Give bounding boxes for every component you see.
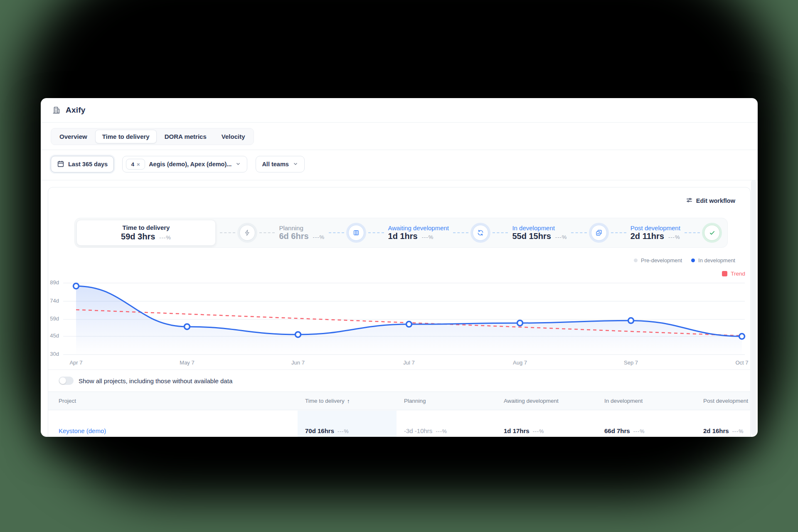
edit-workflow-button[interactable]: Edit workflow [686, 197, 735, 205]
sliders-icon [686, 197, 693, 205]
legend-label: Pre-development [641, 257, 682, 264]
stage-percent: ---% [422, 234, 434, 240]
vertical-scrollbar[interactable] [751, 180, 756, 435]
cell-planning: -3d -10hrs---% [397, 411, 496, 437]
x-axis-tick-label: Aug 7 [503, 360, 537, 366]
cell-awaiting-development: 1d 17hrs---% [496, 411, 597, 437]
tab-time-to-delivery[interactable]: Time to delivery [95, 130, 157, 143]
stage-label: In development [512, 224, 567, 232]
cell-post-development: 2d 16hrs---% [696, 411, 750, 437]
projects-count: 4 [131, 161, 135, 167]
divider [41, 150, 758, 150]
zap-icon [239, 225, 255, 241]
trend-square-icon [722, 271, 727, 276]
stage-post-development[interactable]: Post development 2d 11hrs ---% [631, 224, 680, 241]
teams-label: All teams [262, 161, 288, 167]
projects-count-chip[interactable]: 4 × [126, 159, 145, 170]
y-axis-tick-label: 89d [49, 279, 59, 287]
cell-value: 1d 17hrs [504, 427, 530, 434]
show-all-projects-toggle[interactable] [59, 377, 74, 385]
column-header-awaiting-development[interactable]: Awaiting development [496, 398, 597, 404]
connector [453, 232, 468, 233]
time-to-delivery-chart: 89d74d59d45d30dApr 7May 7Jun 7Jul 7Aug 7… [48, 280, 751, 368]
data-point-marker [74, 283, 79, 289]
app-header: Axify [41, 98, 758, 123]
x-axis-tick-label: May 7 [170, 360, 204, 366]
cell-percent: ---% [337, 429, 349, 434]
stage-value: 6d 6hrs [279, 232, 308, 241]
cell-project: Keystone (demo) [48, 411, 298, 437]
chart-legend: Pre-development In development [634, 257, 735, 264]
cell-value: 2d 16hrs [703, 427, 729, 434]
stage-time-to-delivery[interactable]: Time to delivery 59d 3hrs ---% [76, 220, 216, 246]
chevron-down-icon [235, 161, 241, 168]
data-point-marker [406, 322, 412, 327]
column-header-time-to-delivery[interactable]: Time to delivery ↑ [298, 398, 397, 404]
page-title: Axify [66, 106, 85, 115]
kanban-columns-icon [348, 225, 364, 241]
stage-value: 59d 3hrs [121, 232, 155, 241]
tab-group: Overview Time to delivery DORA metrics V… [51, 128, 254, 145]
connector [329, 232, 344, 233]
x-axis-tick-label: Jul 7 [392, 360, 426, 366]
teams-select[interactable]: All teams [256, 156, 304, 172]
trend-label: Trend [731, 271, 745, 277]
stage-value: 2d 11hrs [631, 232, 664, 241]
cell-percent: ---% [533, 429, 544, 434]
project-link[interactable]: Keystone (demo) [59, 427, 106, 434]
column-header-planning[interactable]: Planning [397, 398, 496, 404]
chevron-down-icon [293, 161, 298, 168]
cell-percent: ---% [633, 429, 645, 434]
cell-value: -3d -10hrs [404, 427, 432, 434]
app-window: Axify Overview Time to delivery DORA met… [41, 98, 758, 437]
y-axis-tick-label: 45d [49, 332, 59, 340]
show-all-projects-row: Show all projects, including those witho… [59, 370, 232, 392]
x-axis-tick-label: Sep 7 [614, 360, 648, 366]
tab-velocity[interactable]: Velocity [214, 130, 252, 143]
stage-planning[interactable]: Planning 6d 6hrs ---% [279, 224, 325, 241]
stage-in-development[interactable]: In development 55d 15hrs ---% [512, 224, 567, 241]
clear-projects-icon[interactable]: × [137, 161, 140, 167]
sort-ascending-icon: ↑ [347, 398, 350, 404]
tabs-row: Overview Time to delivery DORA metrics V… [41, 123, 758, 145]
connector [220, 232, 235, 233]
x-axis-tick-label: Jun 7 [281, 360, 315, 366]
stage-percent: ---% [668, 234, 680, 240]
date-range-label: Last 365 days [68, 161, 108, 167]
stage-label: Awaiting development [388, 224, 449, 232]
column-header-project[interactable]: Project [48, 398, 298, 404]
sync-icon [473, 225, 488, 241]
projects-select[interactable]: 4 × Aegis (demo), Apex (demo)... [122, 156, 247, 172]
stage-awaiting-development[interactable]: Awaiting development 1d 1hrs ---% [388, 224, 449, 241]
cell-in-development: 66d 7hrs---% [597, 411, 696, 437]
data-point-marker [296, 332, 301, 337]
stage-label: Post development [631, 224, 680, 232]
column-header-in-development[interactable]: In development [597, 398, 696, 404]
tab-dora-metrics[interactable]: DORA metrics [158, 130, 214, 143]
copy-check-icon [591, 225, 607, 241]
data-point-marker [739, 334, 745, 339]
column-label: Time to delivery [305, 398, 345, 404]
data-point-marker [185, 324, 190, 329]
cell-percent: ---% [732, 429, 744, 434]
date-range-button[interactable]: Last 365 days [51, 156, 114, 172]
legend-pre-development: Pre-development [634, 257, 682, 264]
y-axis-tick-label: 74d [49, 298, 59, 305]
data-point-marker [628, 318, 634, 323]
cell-percent: ---% [436, 429, 447, 434]
connector [493, 232, 508, 233]
stage-value: 55d 15hrs [512, 232, 551, 241]
legend-label: In development [698, 257, 735, 264]
y-axis-tick-label: 30d [49, 351, 59, 358]
tab-overview[interactable]: Overview [52, 130, 94, 143]
column-header-post-development[interactable]: Post development [696, 398, 750, 404]
stage-value: 1d 1hrs [388, 232, 418, 241]
building-icon [52, 106, 61, 115]
metrics-card: Edit workflow Time to delivery 59d 3hrs … [48, 187, 751, 437]
connector [259, 232, 275, 233]
stage-label: Time to delivery [123, 224, 170, 231]
pre-development-dot-icon [634, 259, 638, 262]
x-axis-tick-label: Apr 7 [59, 360, 93, 366]
connector [571, 232, 586, 233]
filter-bar: Last 365 days 4 × Aegis (demo), Apex (de… [51, 156, 305, 172]
